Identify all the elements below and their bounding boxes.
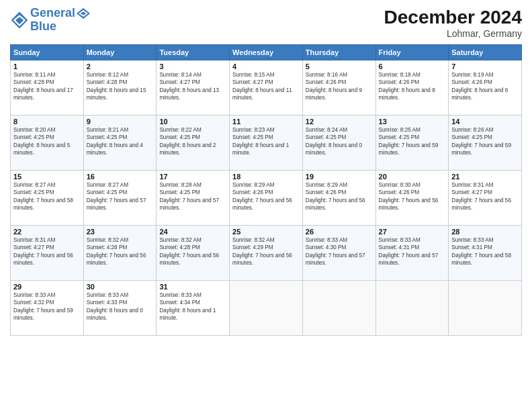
day-cell: 17Sunrise: 8:28 AMSunset: 4:25 PMDayligh… bbox=[157, 171, 230, 226]
day-info: Sunrise: 8:21 AMSunset: 4:25 PMDaylight:… bbox=[87, 126, 154, 157]
day-info: Sunrise: 8:32 AMSunset: 4:28 PMDaylight:… bbox=[159, 236, 226, 267]
day-number: 17 bbox=[159, 173, 226, 181]
day-info: Sunrise: 8:16 AMSunset: 4:26 PMDaylight:… bbox=[306, 71, 373, 102]
col-header-tuesday: Tuesday bbox=[157, 45, 230, 60]
col-header-sunday: Sunday bbox=[11, 45, 84, 60]
day-info: Sunrise: 8:33 AMSunset: 4:31 PMDaylight:… bbox=[451, 236, 519, 267]
day-info: Sunrise: 8:32 AMSunset: 4:29 PMDaylight:… bbox=[232, 236, 300, 267]
day-info: Sunrise: 8:33 AMSunset: 4:32 PMDaylight:… bbox=[13, 291, 81, 322]
day-number: 28 bbox=[451, 228, 519, 236]
week-row-1: 1Sunrise: 8:11 AMSunset: 4:28 PMDaylight… bbox=[11, 60, 522, 116]
day-number: 19 bbox=[306, 173, 373, 181]
day-info: Sunrise: 8:30 AMSunset: 4:26 PMDaylight:… bbox=[379, 181, 446, 212]
day-info: Sunrise: 8:29 AMSunset: 4:26 PMDaylight:… bbox=[306, 181, 373, 212]
day-number: 9 bbox=[87, 118, 154, 126]
day-cell: 12Sunrise: 8:24 AMSunset: 4:25 PMDayligh… bbox=[302, 116, 375, 171]
day-number: 11 bbox=[232, 118, 300, 126]
day-number: 15 bbox=[13, 173, 81, 181]
day-cell: 14Sunrise: 8:26 AMSunset: 4:25 PMDayligh… bbox=[449, 116, 522, 171]
week-row-3: 15Sunrise: 8:27 AMSunset: 4:25 PMDayligh… bbox=[11, 171, 522, 226]
day-cell: 25Sunrise: 8:32 AMSunset: 4:29 PMDayligh… bbox=[230, 226, 303, 281]
day-number: 10 bbox=[159, 118, 226, 126]
day-cell: 29Sunrise: 8:33 AMSunset: 4:32 PMDayligh… bbox=[11, 281, 84, 336]
week-row-5: 29Sunrise: 8:33 AMSunset: 4:32 PMDayligh… bbox=[11, 281, 522, 336]
day-info: Sunrise: 8:14 AMSunset: 4:27 PMDaylight:… bbox=[159, 71, 226, 102]
day-cell: 20Sunrise: 8:30 AMSunset: 4:26 PMDayligh… bbox=[375, 171, 449, 226]
day-cell: 15Sunrise: 8:27 AMSunset: 4:25 PMDayligh… bbox=[11, 171, 84, 226]
col-header-saturday: Saturday bbox=[449, 45, 522, 60]
day-number: 27 bbox=[379, 228, 446, 236]
day-cell: 16Sunrise: 8:27 AMSunset: 4:25 PMDayligh… bbox=[83, 171, 157, 226]
day-number: 12 bbox=[306, 118, 373, 126]
day-cell: 19Sunrise: 8:29 AMSunset: 4:26 PMDayligh… bbox=[302, 171, 375, 226]
day-number: 13 bbox=[379, 118, 446, 126]
day-info: Sunrise: 8:31 AMSunset: 4:27 PMDaylight:… bbox=[451, 181, 519, 212]
day-number: 3 bbox=[159, 62, 226, 71]
day-number: 8 bbox=[13, 118, 81, 126]
day-cell: 23Sunrise: 8:32 AMSunset: 4:28 PMDayligh… bbox=[83, 226, 157, 281]
page: GeneralBlue December 2024 Lohmar, German… bbox=[0, 0, 532, 411]
day-cell: 28Sunrise: 8:33 AMSunset: 4:31 PMDayligh… bbox=[449, 226, 522, 281]
day-info: Sunrise: 8:18 AMSunset: 4:26 PMDaylight:… bbox=[379, 71, 446, 102]
week-row-2: 8Sunrise: 8:20 AMSunset: 4:25 PMDaylight… bbox=[11, 116, 522, 171]
day-info: Sunrise: 8:25 AMSunset: 4:25 PMDaylight:… bbox=[379, 126, 446, 157]
logo-icon bbox=[10, 11, 29, 30]
day-number: 24 bbox=[159, 228, 226, 236]
day-number: 26 bbox=[306, 228, 373, 236]
day-cell: 27Sunrise: 8:33 AMSunset: 4:31 PMDayligh… bbox=[375, 226, 449, 281]
day-number: 22 bbox=[13, 228, 81, 236]
day-number: 6 bbox=[379, 62, 446, 71]
day-cell: 18Sunrise: 8:29 AMSunset: 4:26 PMDayligh… bbox=[230, 171, 303, 226]
day-cell bbox=[302, 281, 375, 336]
calendar-header-row: SundayMondayTuesdayWednesdayThursdayFrid… bbox=[11, 45, 522, 60]
day-info: Sunrise: 8:33 AMSunset: 4:31 PMDaylight:… bbox=[379, 236, 446, 267]
day-info: Sunrise: 8:11 AMSunset: 4:28 PMDaylight:… bbox=[13, 71, 81, 102]
day-cell: 21Sunrise: 8:31 AMSunset: 4:27 PMDayligh… bbox=[449, 171, 522, 226]
day-number: 18 bbox=[232, 173, 300, 181]
day-number: 20 bbox=[379, 173, 446, 181]
col-header-wednesday: Wednesday bbox=[230, 45, 303, 60]
day-number: 25 bbox=[232, 228, 300, 236]
day-info: Sunrise: 8:33 AMSunset: 4:30 PMDaylight:… bbox=[306, 236, 373, 267]
day-info: Sunrise: 8:33 AMSunset: 4:34 PMDaylight:… bbox=[159, 291, 226, 322]
day-info: Sunrise: 8:29 AMSunset: 4:26 PMDaylight:… bbox=[232, 181, 300, 212]
day-info: Sunrise: 8:31 AMSunset: 4:27 PMDaylight:… bbox=[13, 236, 81, 267]
calendar: SundayMondayTuesdayWednesdayThursdayFrid… bbox=[10, 44, 522, 336]
day-cell: 7Sunrise: 8:19 AMSunset: 4:26 PMDaylight… bbox=[449, 60, 522, 116]
day-cell: 2Sunrise: 8:12 AMSunset: 4:28 PMDaylight… bbox=[83, 60, 157, 116]
day-cell: 30Sunrise: 8:33 AMSunset: 4:33 PMDayligh… bbox=[83, 281, 157, 336]
title-block: December 2024 Lohmar, Germany bbox=[384, 7, 522, 39]
day-cell bbox=[375, 281, 449, 336]
day-info: Sunrise: 8:20 AMSunset: 4:25 PMDaylight:… bbox=[13, 126, 81, 157]
day-cell: 9Sunrise: 8:21 AMSunset: 4:25 PMDaylight… bbox=[83, 116, 157, 171]
day-cell bbox=[230, 281, 303, 336]
day-number: 1 bbox=[13, 62, 81, 71]
day-cell: 4Sunrise: 8:15 AMSunset: 4:27 PMDaylight… bbox=[230, 60, 303, 116]
day-cell: 1Sunrise: 8:11 AMSunset: 4:28 PMDaylight… bbox=[11, 60, 84, 116]
day-info: Sunrise: 8:19 AMSunset: 4:26 PMDaylight:… bbox=[451, 71, 519, 102]
header: GeneralBlue December 2024 Lohmar, German… bbox=[10, 7, 522, 39]
day-cell: 13Sunrise: 8:25 AMSunset: 4:25 PMDayligh… bbox=[375, 116, 449, 171]
day-info: Sunrise: 8:32 AMSunset: 4:28 PMDaylight:… bbox=[87, 236, 154, 267]
logo: GeneralBlue bbox=[10, 7, 90, 34]
col-header-friday: Friday bbox=[375, 45, 449, 60]
col-header-monday: Monday bbox=[83, 45, 157, 60]
day-number: 16 bbox=[87, 173, 154, 181]
day-number: 7 bbox=[451, 62, 519, 71]
day-cell: 6Sunrise: 8:18 AMSunset: 4:26 PMDaylight… bbox=[375, 60, 449, 116]
day-cell: 8Sunrise: 8:20 AMSunset: 4:25 PMDaylight… bbox=[11, 116, 84, 171]
day-cell: 26Sunrise: 8:33 AMSunset: 4:30 PMDayligh… bbox=[302, 226, 375, 281]
day-cell: 11Sunrise: 8:23 AMSunset: 4:25 PMDayligh… bbox=[230, 116, 303, 171]
day-number: 29 bbox=[13, 283, 81, 291]
day-number: 30 bbox=[87, 283, 154, 291]
day-cell: 24Sunrise: 8:32 AMSunset: 4:28 PMDayligh… bbox=[157, 226, 230, 281]
week-row-4: 22Sunrise: 8:31 AMSunset: 4:27 PMDayligh… bbox=[11, 226, 522, 281]
day-number: 23 bbox=[87, 228, 154, 236]
day-info: Sunrise: 8:33 AMSunset: 4:33 PMDaylight:… bbox=[87, 291, 154, 322]
day-info: Sunrise: 8:15 AMSunset: 4:27 PMDaylight:… bbox=[232, 71, 300, 102]
day-cell: 3Sunrise: 8:14 AMSunset: 4:27 PMDaylight… bbox=[157, 60, 230, 116]
day-info: Sunrise: 8:28 AMSunset: 4:25 PMDaylight:… bbox=[159, 181, 226, 212]
day-number: 2 bbox=[87, 62, 154, 71]
day-cell: 22Sunrise: 8:31 AMSunset: 4:27 PMDayligh… bbox=[11, 226, 84, 281]
day-number: 14 bbox=[451, 118, 519, 126]
